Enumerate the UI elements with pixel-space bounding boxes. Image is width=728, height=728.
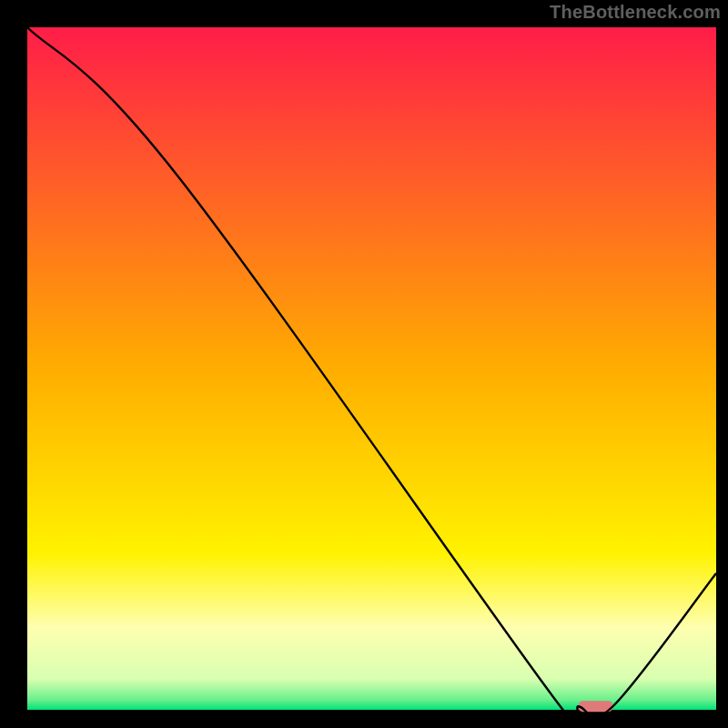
bottleneck-chart (0, 0, 728, 728)
plot-background (27, 27, 716, 710)
watermark-label: TheBottleneck.com (550, 2, 721, 23)
chart-container: TheBottleneck.com (0, 0, 728, 728)
